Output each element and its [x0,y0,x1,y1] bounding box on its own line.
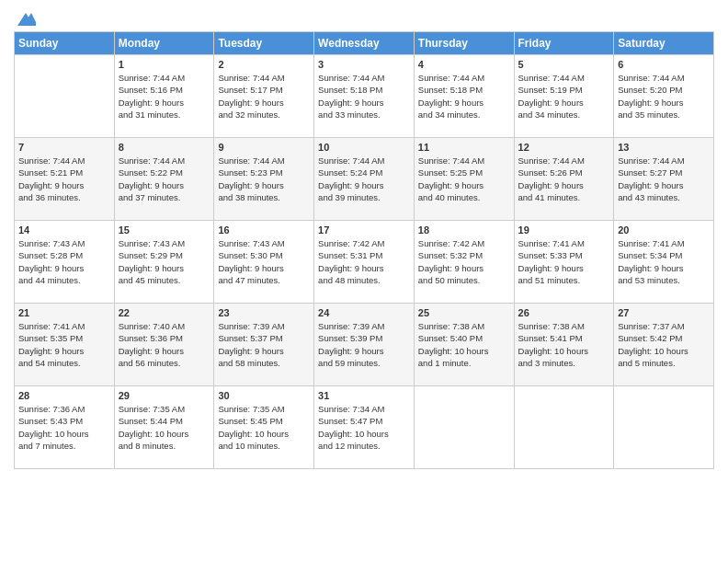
calendar-cell [414,386,514,469]
day-number: 4 [418,59,510,70]
day-info: Sunrise: 7:38 AM Sunset: 5:40 PM Dayligh… [418,320,510,369]
calendar-cell: 19Sunrise: 7:41 AM Sunset: 5:33 PM Dayli… [514,221,614,304]
day-number: 22 [119,307,210,318]
logo-icon [16,9,36,29]
calendar-cell: 26Sunrise: 7:38 AM Sunset: 5:41 PM Dayli… [514,304,614,386]
calendar-day-header: Wednesday [314,32,415,55]
day-number: 17 [318,224,410,236]
calendar-cell: 12Sunrise: 7:44 AM Sunset: 5:26 PM Dayli… [514,138,614,221]
day-number: 15 [119,224,210,236]
day-number: 25 [418,307,510,318]
day-info: Sunrise: 7:34 AM Sunset: 5:47 PM Dayligh… [318,403,410,452]
day-info: Sunrise: 7:44 AM Sunset: 5:18 PM Dayligh… [418,72,510,121]
day-number: 3 [318,59,410,70]
calendar-cell [614,386,714,469]
calendar-cell: 20Sunrise: 7:41 AM Sunset: 5:34 PM Dayli… [614,221,714,304]
day-number: 7 [18,142,110,153]
calendar-day-header: Friday [514,32,614,55]
calendar-cell [15,55,115,138]
day-number: 27 [618,307,710,318]
day-info: Sunrise: 7:44 AM Sunset: 5:20 PM Dayligh… [618,72,710,121]
day-info: Sunrise: 7:43 AM Sunset: 5:30 PM Dayligh… [218,237,310,286]
calendar-cell: 8Sunrise: 7:44 AM Sunset: 5:22 PM Daylig… [114,138,214,221]
day-number: 9 [218,142,310,153]
calendar-cell: 28Sunrise: 7:36 AM Sunset: 5:43 PM Dayli… [15,386,115,469]
day-info: Sunrise: 7:38 AM Sunset: 5:41 PM Dayligh… [518,320,610,369]
calendar-day-header: Thursday [414,32,514,55]
page-header [14,9,714,24]
calendar-day-header: Monday [114,32,214,55]
day-info: Sunrise: 7:35 AM Sunset: 5:44 PM Dayligh… [119,403,210,452]
day-info: Sunrise: 7:44 AM Sunset: 5:17 PM Dayligh… [218,72,310,121]
calendar-week-row: 21Sunrise: 7:41 AM Sunset: 5:35 PM Dayli… [15,304,714,386]
calendar-cell: 10Sunrise: 7:44 AM Sunset: 5:24 PM Dayli… [314,138,415,221]
day-info: Sunrise: 7:41 AM Sunset: 5:35 PM Dayligh… [18,320,110,369]
logo [14,9,36,24]
day-info: Sunrise: 7:44 AM Sunset: 5:16 PM Dayligh… [119,72,210,121]
day-info: Sunrise: 7:40 AM Sunset: 5:36 PM Dayligh… [119,320,210,369]
day-info: Sunrise: 7:44 AM Sunset: 5:25 PM Dayligh… [418,155,510,203]
day-number: 11 [418,142,510,153]
day-number: 13 [618,142,710,153]
day-info: Sunrise: 7:44 AM Sunset: 5:24 PM Dayligh… [318,155,410,203]
day-number: 8 [119,142,210,153]
day-number: 26 [518,307,610,318]
calendar-cell: 21Sunrise: 7:41 AM Sunset: 5:35 PM Dayli… [15,304,115,386]
calendar-week-row: 1Sunrise: 7:44 AM Sunset: 5:16 PM Daylig… [15,55,714,138]
day-info: Sunrise: 7:44 AM Sunset: 5:21 PM Dayligh… [18,155,110,203]
day-info: Sunrise: 7:39 AM Sunset: 5:37 PM Dayligh… [218,320,310,369]
day-info: Sunrise: 7:42 AM Sunset: 5:31 PM Dayligh… [318,237,410,286]
day-info: Sunrise: 7:39 AM Sunset: 5:39 PM Dayligh… [318,320,410,369]
day-info: Sunrise: 7:44 AM Sunset: 5:22 PM Dayligh… [119,155,210,203]
calendar-cell: 16Sunrise: 7:43 AM Sunset: 5:30 PM Dayli… [214,221,314,304]
day-info: Sunrise: 7:44 AM Sunset: 5:19 PM Dayligh… [518,72,610,121]
calendar-table: SundayMondayTuesdayWednesdayThursdayFrid… [14,31,714,469]
calendar-cell: 6Sunrise: 7:44 AM Sunset: 5:20 PM Daylig… [614,55,714,138]
calendar-cell: 3Sunrise: 7:44 AM Sunset: 5:18 PM Daylig… [314,55,415,138]
day-number: 28 [18,390,110,401]
day-number: 21 [18,307,110,318]
calendar-cell: 29Sunrise: 7:35 AM Sunset: 5:44 PM Dayli… [114,386,214,469]
day-number: 1 [119,59,210,70]
calendar-cell: 7Sunrise: 7:44 AM Sunset: 5:21 PM Daylig… [15,138,115,221]
calendar-cell: 4Sunrise: 7:44 AM Sunset: 5:18 PM Daylig… [414,55,514,138]
day-number: 16 [218,224,310,236]
calendar-day-header: Sunday [15,32,115,55]
day-number: 29 [119,390,210,401]
calendar-week-row: 28Sunrise: 7:36 AM Sunset: 5:43 PM Dayli… [15,386,714,469]
calendar-cell: 24Sunrise: 7:39 AM Sunset: 5:39 PM Dayli… [314,304,415,386]
day-number: 24 [318,307,410,318]
day-number: 5 [518,59,610,70]
calendar-cell: 11Sunrise: 7:44 AM Sunset: 5:25 PM Dayli… [414,138,514,221]
day-number: 18 [418,224,510,236]
day-number: 31 [318,390,410,401]
day-info: Sunrise: 7:41 AM Sunset: 5:33 PM Dayligh… [518,237,610,286]
day-number: 19 [518,224,610,236]
calendar-header-row: SundayMondayTuesdayWednesdayThursdayFrid… [15,32,714,55]
calendar-day-header: Tuesday [214,32,314,55]
calendar-cell: 27Sunrise: 7:37 AM Sunset: 5:42 PM Dayli… [614,304,714,386]
day-info: Sunrise: 7:44 AM Sunset: 5:26 PM Dayligh… [518,155,610,203]
day-number: 14 [18,224,110,236]
day-info: Sunrise: 7:41 AM Sunset: 5:34 PM Dayligh… [618,237,710,286]
calendar-cell: 1Sunrise: 7:44 AM Sunset: 5:16 PM Daylig… [114,55,214,138]
day-number: 30 [218,390,310,401]
calendar-cell: 9Sunrise: 7:44 AM Sunset: 5:23 PM Daylig… [214,138,314,221]
day-info: Sunrise: 7:37 AM Sunset: 5:42 PM Dayligh… [618,320,710,369]
day-number: 12 [518,142,610,153]
day-number: 20 [618,224,710,236]
day-info: Sunrise: 7:35 AM Sunset: 5:45 PM Dayligh… [218,403,310,452]
calendar-cell: 25Sunrise: 7:38 AM Sunset: 5:40 PM Dayli… [414,304,514,386]
day-info: Sunrise: 7:43 AM Sunset: 5:28 PM Dayligh… [18,237,110,286]
day-info: Sunrise: 7:44 AM Sunset: 5:23 PM Dayligh… [218,155,310,203]
day-info: Sunrise: 7:43 AM Sunset: 5:29 PM Dayligh… [119,237,210,286]
day-number: 23 [218,307,310,318]
day-info: Sunrise: 7:42 AM Sunset: 5:32 PM Dayligh… [418,237,510,286]
calendar-cell: 13Sunrise: 7:44 AM Sunset: 5:27 PM Dayli… [614,138,714,221]
calendar-cell: 17Sunrise: 7:42 AM Sunset: 5:31 PM Dayli… [314,221,415,304]
calendar-cell: 2Sunrise: 7:44 AM Sunset: 5:17 PM Daylig… [214,55,314,138]
calendar-day-header: Saturday [614,32,714,55]
calendar-cell: 14Sunrise: 7:43 AM Sunset: 5:28 PM Dayli… [15,221,115,304]
calendar-cell: 22Sunrise: 7:40 AM Sunset: 5:36 PM Dayli… [114,304,214,386]
calendar-cell: 5Sunrise: 7:44 AM Sunset: 5:19 PM Daylig… [514,55,614,138]
